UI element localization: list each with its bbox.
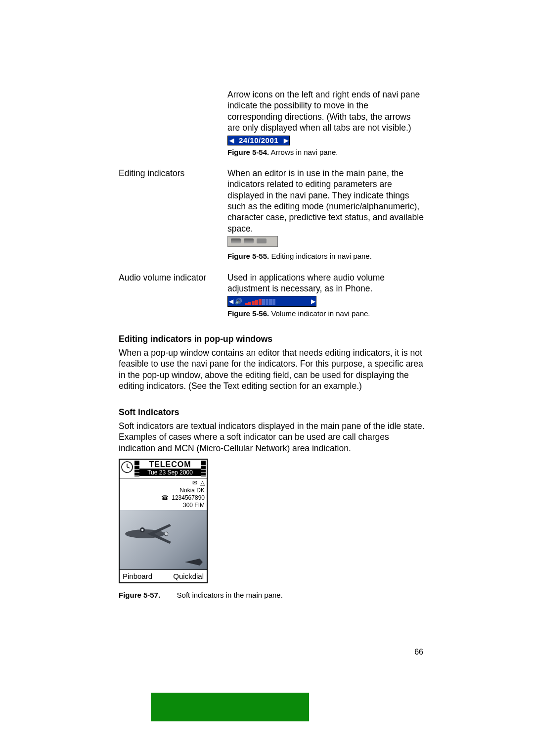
volume-navi-figure: ◀ 🔊 ▶ <box>227 296 316 307</box>
arrow-right-icon: ▶ <box>310 298 316 305</box>
soft-indicator-line-1: Nokia DK <box>121 487 205 494</box>
document-page: Arrow icons on the left and right ends o… <box>0 0 534 756</box>
svg-point-5 <box>141 529 144 531</box>
row-arrows: Arrow icons on the left and right ends o… <box>119 89 425 157</box>
figure-5-54-text: Arrows in navi pane. <box>271 148 338 156</box>
row-editing-indicators: Editing indicators When an editor is in … <box>119 168 425 261</box>
row-audio-volume: Audio volume indicator Used in applicati… <box>119 272 425 319</box>
operator-name: TELECOM <box>139 461 201 469</box>
figure-5-56-caption: Figure 5-56. Volume indicator in navi pa… <box>227 309 425 318</box>
airplane-small-icon <box>184 557 204 567</box>
arrows-description: Arrow icons on the left and right ends o… <box>227 89 425 134</box>
phone-softkeys: Pinboard Quickdial <box>120 569 207 582</box>
svg-point-6 <box>164 532 168 536</box>
softkey-left: Pinboard <box>123 571 152 581</box>
page-number: 66 <box>414 647 423 657</box>
phone-wallpaper <box>120 510 207 569</box>
audio-volume-description: Used in applications where audio volume … <box>227 272 425 294</box>
navi-date: 24/10/2001 <box>235 136 282 145</box>
figure-5-56-text: Volume indicator in navi pane. <box>271 309 370 318</box>
audio-volume-label: Audio volume indicator <box>119 272 227 319</box>
arrow-right-icon: ▶ <box>282 136 289 145</box>
heading-soft-indicators: Soft indicators <box>119 407 425 418</box>
figure-5-54-caption: Figure 5-54. Arrows in navi pane. <box>227 147 425 157</box>
figure-5-55-text: Editing indicators in navi pane. <box>271 252 371 260</box>
warning-icon: △ <box>200 479 205 487</box>
speaker-icon: 🔊 <box>234 298 243 305</box>
figure-5-55-label: Figure 5-55. <box>227 252 269 260</box>
phone-datetime: Tue 23 Sep 2000 <box>139 469 201 476</box>
body-popup-editing-indicators: When a pop-up window contains an editor … <box>119 347 425 392</box>
airplane-icon <box>123 519 177 549</box>
softkey-right: Quickdial <box>173 571 204 581</box>
arrow-left-icon: ◀ <box>228 298 234 305</box>
envelope-icon: ✉ <box>192 479 197 487</box>
clock-icon <box>121 461 134 473</box>
body-soft-indicators: Soft indicators are textual indicators d… <box>119 421 425 454</box>
call-icon: ☎ <box>161 494 169 502</box>
editing-indicators-description: When an editor is in use in the main pan… <box>227 168 425 234</box>
signal-bars-icon <box>134 461 139 476</box>
phone-screenshot: TELECOM Tue 23 Sep 2000 ✉△ Nokia DK ☎123… <box>119 459 208 583</box>
editing-indicators-label: Editing indicators <box>119 168 227 261</box>
figure-5-57-label: Figure 5-57. <box>119 591 160 599</box>
figure-5-57-text: Soft indicators in the main pane. <box>177 591 283 599</box>
soft-indicator-line-2: 1234567890 <box>172 494 205 502</box>
navi-pane-arrows-figure: ◀ 24/10/2001 ▶ <box>227 136 290 145</box>
footer-green-bar <box>151 693 309 721</box>
volume-segments <box>245 298 275 305</box>
figure-5-57-caption: Figure 5-57. Soft indicators in the main… <box>119 590 425 600</box>
heading-popup-editing-indicators: Editing indicators in pop-up windows <box>119 333 425 344</box>
figure-5-54-label: Figure 5-54. <box>227 148 269 156</box>
row-arrows-label <box>119 89 227 157</box>
editing-indicators-figure <box>227 236 278 247</box>
phone-status-pane: TELECOM Tue 23 Sep 2000 <box>120 460 207 478</box>
battery-bars-icon <box>201 461 206 476</box>
arrow-left-icon: ◀ <box>228 136 235 145</box>
phone-soft-indicators: ✉△ Nokia DK ☎1234567890 300 FIM <box>120 478 207 510</box>
figure-5-55-caption: Figure 5-55. Editing indicators in navi … <box>227 251 425 261</box>
figure-5-56-label: Figure 5-56. <box>227 309 269 318</box>
soft-indicator-line-3: 300 FIM <box>121 502 205 509</box>
